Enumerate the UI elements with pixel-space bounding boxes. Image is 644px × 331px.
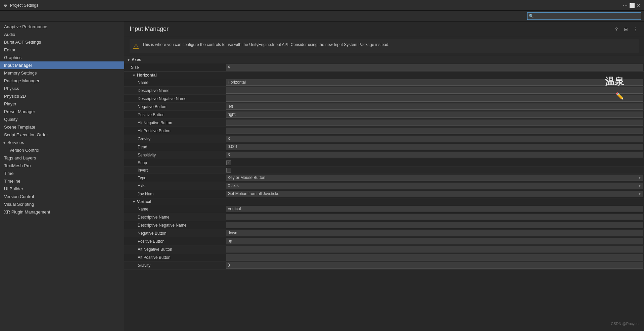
sidebar-item-textmesh-pro[interactable]: TextMesh Pro [0,162,124,170]
minimize-button[interactable]: ⋯ [623,3,628,8]
h-gravity-input[interactable] [226,136,643,142]
h-desc-name-row: Descriptive Name [124,87,644,95]
h-axis-dropdown-icon: ▼ [637,183,643,188]
h-invert-value [225,167,644,173]
h-pos-button-label: Positive Button [124,111,225,118]
layout-icon[interactable]: ⊟ [623,26,629,33]
h-axis-row: Axis X axis ▼ [124,182,644,190]
sidebar-item-time[interactable]: Time [0,170,124,177]
v-desc-neg-name-label: Descriptive Negative Name [124,222,225,229]
sidebar-item-visual-scripting[interactable]: Visual Scripting [0,200,124,208]
h-neg-button-input[interactable] [226,103,643,110]
v-name-input[interactable] [226,206,643,212]
sidebar-item-memory-settings[interactable]: Memory Settings [0,69,124,77]
h-alt-pos-button-input[interactable] [226,128,643,134]
h-alt-pos-button-label: Alt Positive Button [124,128,225,134]
vertical-section-header[interactable]: ▼ Vertical [124,198,644,205]
sidebar-item-adaptive-performance[interactable]: Adaptive Performance [0,23,124,31]
sidebar-item-scene-template[interactable]: Scene Template [0,123,124,131]
sidebar-item-tags-and-layers[interactable]: Tags and Layers [0,154,124,162]
h-dead-row: Dead [124,143,644,151]
v-alt-neg-button-input[interactable] [226,246,643,252]
h-gravity-row: Gravity [124,135,644,143]
v-neg-button-input[interactable] [226,230,643,236]
h-invert-checkbox-container [226,168,231,173]
h-pos-button-row: Positive Button [124,111,644,119]
sidebar-item-physics[interactable]: Physics [0,85,124,92]
app-icon: ⚙ [3,3,8,8]
h-pos-button-value [225,111,644,119]
h-desc-name-input[interactable] [226,87,643,94]
sidebar-item-timeline[interactable]: Timeline [0,177,124,185]
h-joy-num-label: Joy Num [124,191,225,197]
warning-text: This is where you can configure the cont… [142,42,389,48]
v-name-row: Name [124,205,644,213]
horizontal-section-header[interactable]: ▼ Horizontal [124,72,644,79]
v-pos-button-input[interactable] [226,238,643,244]
sidebar-item-input-manager[interactable]: Input Manager [0,61,124,69]
h-snap-label: Snap [124,159,225,166]
sidebar-item-version-control2[interactable]: Version Control [0,193,124,200]
sidebar: Adaptive Performance Audio Burst AOT Set… [0,21,124,331]
h-invert-label: Invert [124,167,225,174]
sidebar-item-xr-plugin-management[interactable]: XR Plugin Management [0,208,124,216]
h-axis-select[interactable]: X axis ▼ [226,183,643,189]
h-alt-neg-button-input[interactable] [226,120,643,126]
h-desc-neg-name-input[interactable] [226,95,643,102]
sidebar-item-services[interactable]: ▼Services [0,139,124,146]
axes-section-header[interactable]: ▼ Axes [124,56,644,63]
sidebar-item-player[interactable]: Player [0,100,124,108]
h-neg-button-row: Negative Button [124,103,644,111]
v-gravity-input[interactable] [226,262,643,269]
h-type-select[interactable]: Key or Mouse Button ▼ [226,175,643,181]
vertical-arrow-icon: ▼ [132,200,136,204]
h-dead-input[interactable] [226,144,643,150]
sidebar-item-audio[interactable]: Audio [0,31,124,38]
help-icon[interactable]: ? [613,26,620,33]
horizontal-arrow-icon: ▼ [132,74,136,77]
h-joy-num-dropdown-icon: ▼ [637,191,643,196]
v-alt-pos-button-value [225,253,644,261]
sidebar-item-ui-builder[interactable]: UI Builder [0,185,124,193]
h-alt-neg-button-value [225,119,644,127]
h-joy-num-select[interactable]: Get Motion from all Joysticks ▼ [226,191,643,197]
h-gravity-label: Gravity [124,136,225,142]
size-input[interactable] [226,64,643,70]
sidebar-item-preset-manager[interactable]: Preset Manager [0,108,124,115]
h-type-dropdown-icon: ▼ [637,175,643,180]
h-snap-checkbox[interactable]: ✓ [226,160,231,165]
h-sensitivity-input[interactable] [226,152,643,158]
sidebar-item-package-manager[interactable]: Package Manager [0,77,124,85]
h-dead-label: Dead [124,144,225,150]
search-input[interactable] [527,12,641,20]
v-alt-pos-button-input[interactable] [226,254,643,261]
restore-button[interactable]: ⬜ [629,3,635,8]
h-invert-checkbox[interactable] [226,168,231,173]
title-bar-controls: ⋯ ⬜ ✕ [623,3,641,8]
sidebar-item-quality[interactable]: Quality [0,115,124,123]
menu-icon[interactable]: ⋮ [632,26,639,33]
size-value [225,63,644,71]
h-gravity-value [225,135,644,143]
v-desc-neg-name-value [225,221,644,229]
h-snap-value: ✓ [225,160,644,166]
sidebar-item-version-control[interactable]: Version Control [0,146,124,154]
h-pos-button-input[interactable] [226,111,643,118]
h-sensitivity-value [225,151,644,159]
close-button[interactable]: ✕ [636,3,641,8]
sidebar-item-burst-aot[interactable]: Burst AOT Settings [0,38,124,46]
sidebar-item-graphics[interactable]: Graphics [0,54,124,61]
h-name-input[interactable] [226,79,643,86]
v-name-label: Name [124,206,225,212]
v-desc-neg-name-input[interactable] [226,222,643,228]
v-desc-name-label: Descriptive Name [124,214,225,221]
v-name-value [225,205,644,213]
v-neg-button-row: Negative Button [124,229,644,237]
v-desc-name-input[interactable] [226,214,643,220]
h-neg-button-label: Negative Button [124,103,225,110]
sidebar-item-editor[interactable]: Editor [0,46,124,54]
v-pos-button-row: Positive Button [124,237,644,245]
axes-arrow-icon: ▼ [127,58,130,62]
sidebar-item-physics-2d[interactable]: Physics 2D [0,92,124,100]
sidebar-item-script-execution-order[interactable]: Script Execution Order [0,131,124,139]
